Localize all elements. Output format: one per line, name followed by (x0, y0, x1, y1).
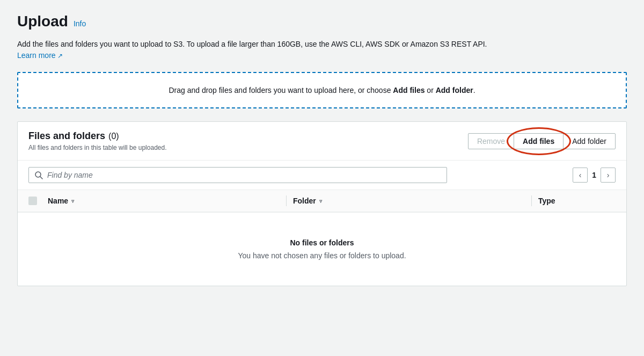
learn-more-link[interactable]: Learn more ↗︎ (17, 50, 63, 61)
header-name-col: Name ▿ (48, 197, 280, 205)
drop-zone-text-end: . (473, 86, 475, 95)
add-folder-bold: Add folder (436, 86, 473, 95)
description-text: Add the files and folders you want to up… (17, 39, 500, 61)
col-folder-label: Folder (293, 197, 316, 205)
drop-zone[interactable]: Drag and drop files and folders you want… (17, 72, 627, 108)
add-files-wrapper: Add files (514, 133, 564, 149)
header-type-col: Type (538, 197, 616, 205)
col-separator-1 (286, 195, 287, 206)
pagination-page-number: 1 (592, 171, 596, 179)
search-input[interactable] (47, 171, 441, 179)
add-folder-button[interactable]: Add folder (563, 133, 616, 149)
search-box[interactable] (28, 167, 447, 183)
col-name-label: Name (48, 197, 68, 205)
files-header: Files and folders (0) All files and fold… (18, 122, 626, 161)
action-button-group: Remove Add files Add folder (469, 133, 616, 149)
add-files-bold: Add files (393, 86, 425, 95)
drop-zone-text-start: Drag and drop files and folders you want… (169, 86, 393, 95)
col-type-label: Type (538, 197, 555, 205)
search-icon (34, 171, 43, 179)
files-subtitle: All files and folders in this table will… (28, 144, 166, 151)
col-separator-2 (531, 195, 532, 206)
pagination-controls: ‹ 1 › (573, 168, 616, 183)
files-title-area: Files and folders (0) All files and fold… (28, 130, 166, 151)
files-count: (0) (108, 132, 119, 141)
page-header: Upload Info (17, 13, 627, 30)
files-section: Files and folders (0) All files and fold… (17, 121, 627, 286)
add-files-button[interactable]: Add files (514, 133, 564, 149)
pagination-next-button[interactable]: › (601, 168, 616, 183)
table-container: Name ▿ Folder ▿ Type No files or folders… (18, 190, 626, 286)
search-pagination-row: ‹ 1 › (18, 161, 626, 190)
name-sort-icon[interactable]: ▿ (71, 198, 74, 204)
header-checkbox-col (28, 197, 48, 205)
remove-button[interactable]: Remove (468, 133, 514, 149)
empty-state-description: You have not chosen any files or folders… (28, 251, 616, 260)
svg-line-1 (40, 177, 42, 179)
pagination-prev-button[interactable]: ‹ (573, 168, 588, 183)
page-title: Upload (17, 13, 68, 30)
empty-state: No files or folders You have not chosen … (18, 213, 626, 286)
header-folder-col: Folder ▿ (293, 197, 525, 205)
drop-zone-text-middle: or (425, 86, 435, 95)
description-main: Add the files and folders you want to up… (17, 40, 487, 48)
external-link-icon: ↗︎ (57, 51, 63, 61)
files-actions: Remove Add files Add folder (469, 133, 616, 149)
info-link[interactable]: Info (74, 19, 86, 28)
learn-more-text: Learn more (17, 50, 56, 61)
empty-state-title: No files or folders (28, 238, 616, 247)
table-header-row: Name ▿ Folder ▿ Type (18, 190, 626, 213)
select-all-checkbox[interactable] (28, 197, 37, 205)
drop-zone-text: Drag and drop files and folders you want… (31, 86, 613, 95)
files-section-title: Files and folders (28, 130, 105, 142)
files-title-row: Files and folders (0) (28, 130, 166, 142)
folder-sort-icon[interactable]: ▿ (319, 198, 322, 204)
